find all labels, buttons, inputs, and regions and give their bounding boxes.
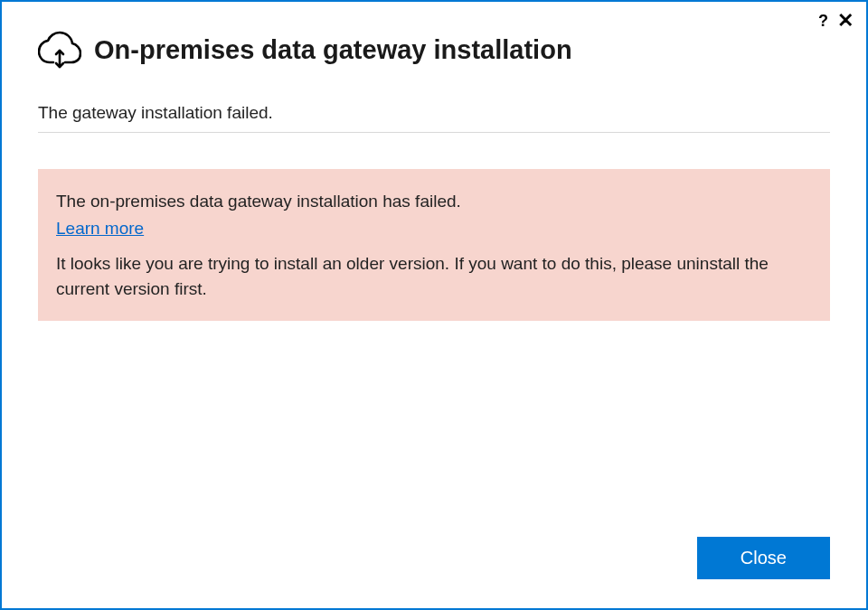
installer-window: ? ✕ On-premises data gateway installatio… (0, 0, 868, 610)
cloud-gateway-icon (38, 31, 81, 69)
error-detail: It looks like you are trying to install … (56, 251, 812, 301)
content-area: The gateway installation failed. The on-… (2, 76, 866, 537)
help-icon[interactable]: ? (818, 13, 828, 29)
window-close-icon[interactable]: ✕ (837, 11, 854, 31)
header: On-premises data gateway installation (2, 2, 866, 76)
learn-more-link[interactable]: Learn more (56, 216, 144, 241)
error-panel: The on-premises data gateway installatio… (38, 169, 830, 321)
page-title: On-premises data gateway installation (94, 34, 572, 66)
titlebar-controls: ? ✕ (818, 11, 854, 31)
footer: Close (2, 537, 866, 608)
close-button[interactable]: Close (697, 537, 830, 579)
status-message: The gateway installation failed. (38, 103, 830, 133)
error-title: The on-premises data gateway installatio… (56, 189, 812, 214)
